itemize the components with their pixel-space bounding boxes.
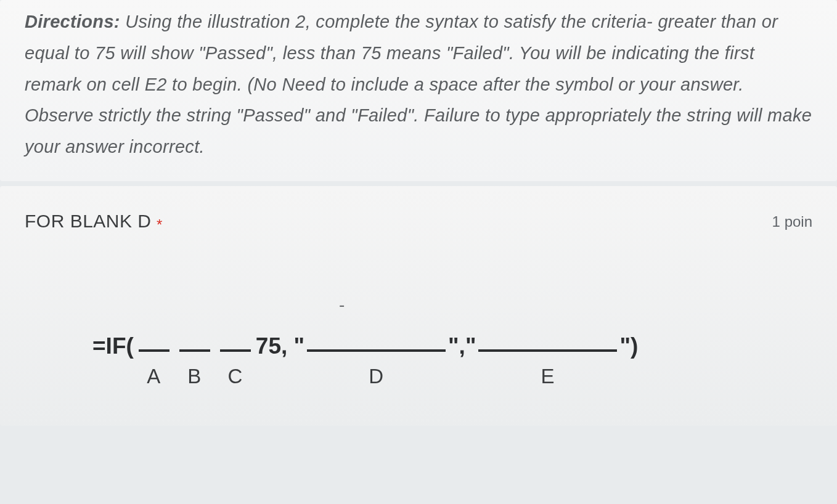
directions-text-1: Using the illustration 2, complete the s…	[120, 12, 778, 31]
blank-d-segment[interactable]: D	[304, 333, 448, 389]
points-label: 1 poin	[772, 213, 812, 230]
directions-text-2: equal to 75 will show "Passed", less tha…	[25, 38, 812, 163]
formula-mid1: 75, "	[256, 333, 304, 359]
blank-b-line	[179, 333, 210, 352]
blank-e-line	[478, 333, 617, 352]
formula-suffix-segment: ")	[619, 333, 638, 389]
blank-c-segment[interactable]: C	[215, 333, 256, 389]
blank-a-line	[139, 333, 169, 352]
question-header: FOR BLANK D * 1 poin	[25, 211, 812, 234]
blank-b-segment[interactable]: B	[174, 333, 215, 389]
question-card: FOR BLANK D * 1 poin - =IF( A	[0, 186, 837, 426]
formula-row: =IF( A B	[92, 333, 812, 389]
formula-mid1-segment: 75, "	[256, 333, 304, 389]
directions-paragraph: Directions: Using the illustration 2, co…	[25, 6, 812, 38]
blank-c-label: C	[227, 364, 243, 389]
blank-e-segment[interactable]: E	[476, 333, 619, 389]
formula-prefix: =IF(	[92, 333, 134, 359]
required-indicator: *	[157, 216, 162, 233]
formula-container: - =IF( A B	[25, 283, 812, 389]
blank-a-label: A	[147, 364, 161, 389]
dash-mark: -	[339, 295, 812, 315]
formula-prefix-segment: =IF(	[92, 333, 134, 389]
question-title: FOR BLANK D	[25, 211, 152, 231]
question-title-wrap: FOR BLANK D *	[25, 211, 162, 234]
blank-a-segment[interactable]: A	[134, 333, 174, 389]
directions-label: Directions:	[25, 12, 120, 31]
blank-d-line	[307, 333, 446, 352]
formula-mid2: ","	[448, 333, 476, 359]
formula-mid2-segment: ","	[448, 333, 476, 389]
blank-c-line	[220, 333, 251, 352]
blank-e-label: E	[541, 364, 555, 389]
formula-suffix: ")	[619, 333, 638, 359]
blank-b-label: B	[187, 364, 202, 389]
blank-d-label: D	[369, 364, 384, 389]
directions-card: Directions: Using the illustration 2, co…	[0, 0, 837, 181]
